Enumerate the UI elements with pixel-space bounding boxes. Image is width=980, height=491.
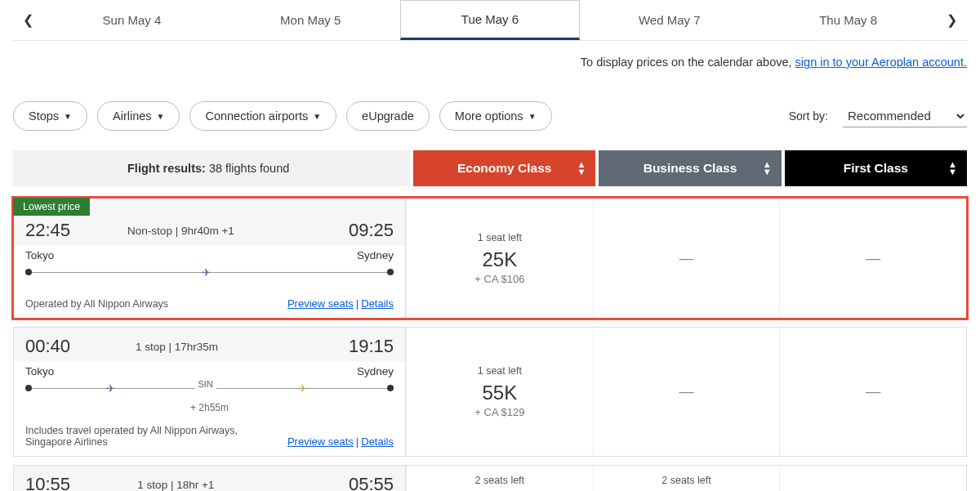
no-price-dash: — (866, 250, 880, 267)
filter-airlines[interactable]: Airlines▼ (97, 101, 180, 131)
duration-text: 1 stop | 17hr35m (136, 341, 218, 353)
no-price-dash: — (679, 383, 694, 400)
depart-time: 22:45 (25, 220, 70, 241)
price-cell-economy[interactable]: 1 seat left 25K + CA $106 (406, 199, 593, 318)
caret-down-icon: ▼ (313, 112, 321, 121)
filter-stops[interactable]: Stops▼ (13, 101, 87, 131)
duration-text: 1 stop | 18hr +1 (137, 479, 214, 491)
operated-by: Operated by All Nippon Airways (25, 298, 168, 310)
flight-info: 10:55 1 stop | 18hr +1 05:55 (14, 466, 406, 491)
plane-icon: ✈ (202, 266, 211, 279)
no-price-dash: — (679, 250, 694, 267)
depart-time: 00:40 (25, 336, 70, 357)
arrive-time: 05:55 (349, 474, 394, 491)
date-tab-0[interactable]: Sun May 4 (42, 0, 221, 40)
filters-row: Stops▼ Airlines▼ Connection airports▼ eU… (13, 101, 967, 131)
surcharge: + CA $106 (474, 273, 524, 285)
origin-city: Tokyo (25, 249, 54, 261)
class-tab-business[interactable]: Business Class ▲▼ (599, 150, 781, 186)
route-line: ✈ SIN ✈ (25, 381, 394, 397)
duration-text: Non-stop | 9hr40m +1 (127, 225, 234, 237)
dest-city: Sydney (357, 365, 394, 377)
flight-row: Lowest price 22:45 Non-stop | 9hr40m +1 … (13, 198, 967, 319)
price-cell-business[interactable]: 2 seats left (593, 466, 780, 491)
next-date-arrow[interactable]: ❯ (938, 12, 967, 28)
surcharge: + CA $129 (474, 406, 524, 418)
details-link[interactable]: Details (361, 435, 394, 448)
filter-eupgrade[interactable]: eUpgrade (346, 101, 430, 131)
flight-info: Lowest price 22:45 Non-stop | 9hr40m +1 … (14, 199, 406, 318)
signin-note: To display prices on the calendar above,… (13, 56, 967, 69)
results-count-label: Flight results: (127, 162, 206, 175)
route-line: ✈ (25, 265, 394, 281)
class-tab-economy[interactable]: Economy Class ▲▼ (413, 150, 595, 186)
sort-label: Sort by: (789, 109, 828, 123)
plane-icon: ✈ (298, 382, 307, 395)
caret-down-icon: ▼ (157, 112, 165, 121)
prev-date-arrow[interactable]: ❮ (13, 12, 42, 28)
price-cell-business[interactable]: — (593, 199, 780, 318)
results-count-value: 38 flights found (209, 162, 289, 175)
dest-city: Sydney (357, 249, 394, 261)
seats-left: 1 seat left (478, 365, 522, 377)
price-cell-economy[interactable]: 1 seat left 55K + CA $129 (406, 328, 593, 456)
price-cell-business[interactable]: — (593, 328, 780, 456)
lowest-price-badge: Lowest price (13, 198, 90, 216)
seats-left: 2 seats left (475, 475, 524, 486)
sort-select[interactable]: Recommended (843, 105, 967, 127)
date-tab-4[interactable]: Thu May 8 (759, 0, 938, 40)
points-price: 25K (482, 248, 517, 271)
price-cell-economy[interactable]: 2 seats left (406, 466, 593, 491)
stop-code: SIN (194, 379, 216, 389)
preview-seats-link[interactable]: Preview seats (287, 435, 354, 448)
flight-row: 00:40 1 stop | 17hr35m 19:15 Tokyo Sydne… (13, 327, 967, 457)
results-count: Flight results: 38 flights found (13, 150, 410, 186)
plane-icon: ✈ (106, 382, 115, 395)
signin-note-text: To display prices on the calendar above, (581, 56, 795, 69)
class-tab-business-label: Business Class (644, 161, 737, 176)
seats-left: 2 seats left (662, 475, 710, 486)
operated-by: Includes travel operated by All Nippon A… (25, 425, 254, 448)
price-cell-first[interactable]: — (779, 199, 966, 318)
flight-info: 00:40 1 stop | 17hr35m 19:15 Tokyo Sydne… (14, 328, 406, 456)
date-tab-2[interactable]: Tue May 6 (400, 0, 581, 40)
class-tab-first-label: First Class (844, 161, 908, 176)
flight-row: 10:55 1 stop | 18hr +1 05:55 2 seats lef… (13, 465, 967, 491)
class-tab-first[interactable]: First Class ▲▼ (785, 150, 967, 186)
signin-link[interactable]: sign in to your Aeroplan account. (795, 56, 967, 69)
price-cell-first[interactable]: — (779, 328, 966, 456)
sort-icon: ▲▼ (763, 161, 772, 176)
filter-connection-airports[interactable]: Connection airports▼ (189, 101, 336, 131)
price-cell-first[interactable] (779, 466, 966, 491)
filter-more-options[interactable]: More options▼ (439, 101, 552, 131)
sort-icon: ▲▼ (577, 161, 586, 176)
preview-seats-link[interactable]: Preview seats (287, 297, 354, 310)
no-price-dash: — (866, 383, 880, 400)
points-price: 55K (482, 382, 517, 404)
sort-icon: ▲▼ (948, 161, 957, 176)
caret-down-icon: ▼ (528, 112, 537, 121)
filter-eupgrade-label: eUpgrade (362, 109, 414, 123)
class-tab-economy-label: Economy Class (457, 161, 551, 176)
origin-city: Tokyo (25, 365, 54, 377)
arrive-time: 09:25 (349, 220, 394, 241)
date-tab-1[interactable]: Mon May 5 (221, 0, 400, 40)
filter-connection-label: Connection airports (205, 109, 308, 123)
filter-airlines-label: Airlines (113, 109, 152, 123)
seats-left: 1 seat left (478, 232, 522, 243)
date-tabs: ❮ Sun May 4 Mon May 5 Tue May 6 Wed May … (13, 0, 967, 41)
layover-duration: + 2h55m (14, 402, 405, 420)
details-link[interactable]: Details (361, 297, 394, 310)
arrive-time: 19:15 (349, 336, 394, 357)
results-header: Flight results: 38 flights found Economy… (13, 150, 967, 186)
filter-more-label: More options (455, 109, 523, 123)
caret-down-icon: ▼ (64, 112, 72, 121)
filter-stops-label: Stops (29, 109, 59, 123)
depart-time: 10:55 (25, 474, 70, 491)
date-tab-3[interactable]: Wed May 7 (580, 0, 759, 40)
